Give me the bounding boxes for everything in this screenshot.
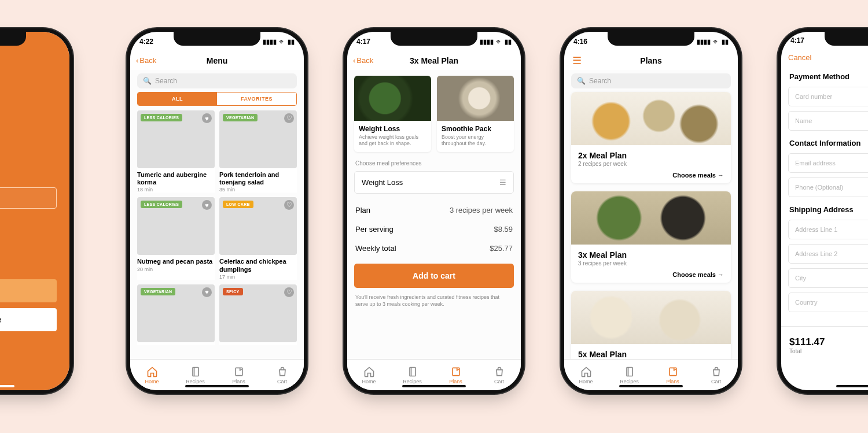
recipe-time: 35 min [219, 187, 297, 193]
recipe-tag: LESS CALORIES [141, 114, 182, 121]
navbar: ☰ Plans [564, 51, 738, 70]
address1-field[interactable]: Address Line 1 [788, 220, 868, 239]
status-time: 4:16 [573, 38, 587, 46]
tab-home[interactable]: Home [564, 360, 608, 390]
summary-row-total: Weekly total$25.77 [355, 239, 513, 258]
fineprint: You'll receive fresh ingredients and cur… [347, 294, 521, 308]
heart-icon[interactable]: ♡ [284, 113, 294, 123]
status-time: 4:17 [356, 38, 370, 46]
country-field[interactable]: Country [788, 293, 868, 312]
recipe-name: Nutmeg and pecan pasta [137, 258, 215, 265]
segment-all[interactable]: ALL [138, 92, 217, 105]
recipe-time: 18 min [137, 187, 215, 193]
status-time: 4:17 [790, 36, 804, 45]
back-label: Back [139, 56, 156, 65]
wifi-icon: ᯤ [496, 38, 502, 45]
plan-card[interactable]: 2x Meal Plan2 recipes per weekChoose mea… [571, 92, 731, 183]
total-amount: $111.47 [789, 336, 825, 348]
recipe-name: Pork tenderloin and toenjang salad [219, 171, 297, 186]
plan-card[interactable]: 3x Meal Plan3 recipes per weekChoose mea… [571, 191, 731, 283]
status-time: 4:22 [139, 38, 153, 46]
search-placeholder: Search [589, 77, 611, 85]
recipe-tag: SPICY [223, 288, 243, 295]
home-indicator [619, 385, 683, 387]
email-field[interactable] [0, 187, 57, 209]
page-title: Menu [207, 56, 228, 65]
back-button[interactable]: ‹ Back [353, 56, 373, 65]
phone-welcome: t Go ome email address ue th Google glid… [0, 32, 69, 390]
recipe-card[interactable]: VEGETARIAN♥ [137, 284, 215, 345]
recipe-tag: LESS CALORIES [141, 201, 182, 208]
search-input[interactable]: 🔍 Search [571, 73, 731, 88]
svg-rect-2 [236, 368, 242, 375]
recipe-name: Celeriac and chickpea dumplings [219, 258, 297, 273]
heart-icon[interactable]: ♥ [202, 200, 212, 210]
tab-home[interactable]: Home [347, 360, 391, 390]
email-field[interactable]: Email address [788, 153, 868, 173]
tab-cart[interactable]: Cart [260, 360, 304, 390]
search-icon: 🔍 [577, 77, 586, 85]
recipe-card[interactable]: LESS CALORIES♥Nutmeg and pecan pasta20 m… [137, 197, 215, 279]
plan-title: 2x Meal Plan [578, 151, 724, 160]
summary-row-plan: Plan3 recipes per week [355, 201, 513, 220]
signal-icon: ▮▮▮▮ [263, 38, 277, 46]
menu-button[interactable]: ☰ [572, 54, 582, 67]
section-payment: Payment Method [781, 66, 868, 84]
google-signin-button[interactable]: th Google [0, 308, 57, 331]
phone-checkout: 4:17 Cancel Chec Payment Method Card num… [781, 32, 868, 390]
segment-control[interactable]: ALL FAVORITES [137, 92, 297, 106]
notch [825, 32, 868, 46]
heart-icon[interactable]: ♡ [284, 287, 294, 297]
heart-icon[interactable]: ♥ [202, 113, 212, 123]
card-number-field[interactable]: Card number [788, 87, 868, 106]
welcome-subtext: email address [0, 168, 57, 177]
list-icon: ☰ [499, 178, 506, 187]
plan-card[interactable]: 5x Meal Plan5 recipes per week [571, 291, 731, 359]
preference-dropdown[interactable]: Weight Loss ☰ [354, 171, 514, 194]
section-label: Choose meal preferences [347, 158, 521, 169]
search-input[interactable]: 🔍 Search [137, 73, 297, 88]
city-field[interactable]: City [788, 268, 868, 288]
recipe-image: SPICY♡ [219, 284, 297, 342]
welcome-footer: glide. [0, 337, 57, 344]
recipe-card[interactable]: LESS CALORIES♥Tumeric and aubergine korm… [137, 110, 215, 193]
navbar: Cancel Chec [781, 50, 868, 66]
recipe-card[interactable]: VEGETARIAN♡Pork tenderloin and toenjang … [219, 110, 297, 193]
address2-field[interactable]: Address Line 2 [788, 244, 868, 264]
card-desc: Achieve weight loss goals and get back i… [354, 134, 431, 152]
status-icons: ▮▮▮▮ ᯤ ▮▮ [480, 38, 512, 46]
preference-card-smoothie[interactable]: Smoothie Pack Boost your energy througho… [437, 76, 514, 152]
heart-icon[interactable]: ♡ [284, 200, 294, 210]
heart-icon[interactable]: ♥ [202, 287, 212, 297]
plan-image [571, 291, 731, 344]
choose-meals-link[interactable]: Choose meals → [578, 172, 724, 179]
home-indicator [836, 385, 868, 387]
preference-card-weight-loss[interactable]: Weight Loss Achieve weight loss goals an… [354, 76, 431, 152]
wifi-icon: ᯤ [713, 38, 719, 45]
plan-image [571, 92, 731, 145]
tab-cart[interactable]: Cart [694, 360, 738, 390]
signal-icon: ▮▮▮▮ [480, 38, 494, 46]
recipe-time: 17 min [219, 274, 297, 280]
tab-home[interactable]: Home [130, 360, 174, 390]
svg-rect-8 [670, 368, 676, 375]
summary-row-serving: Per serving$8.59 [355, 220, 513, 239]
status-icons: ▮▮▮▮ ᯤ ▮▮ [263, 38, 295, 46]
total-label: Total [789, 348, 825, 354]
phone-field[interactable]: Phone (Optional) [788, 177, 868, 197]
segment-favorites[interactable]: FAVORITES [217, 92, 296, 105]
back-button[interactable]: ‹ Back [136, 56, 156, 65]
hamburger-icon: ☰ [572, 55, 582, 66]
choose-meals-link[interactable]: Choose meals → [578, 271, 724, 278]
name-field[interactable]: Name [788, 111, 868, 131]
recipe-card[interactable]: LOW CARB♡Celeriac and chickpea dumplings… [219, 197, 297, 279]
plan-subtitle: 2 recipes per week [578, 161, 724, 167]
svg-rect-6 [627, 367, 632, 376]
cancel-button[interactable]: Cancel [788, 53, 811, 62]
tab-cart[interactable]: Cart [477, 360, 521, 390]
continue-button[interactable]: ue [0, 279, 57, 302]
recipe-card[interactable]: SPICY♡ [219, 284, 297, 345]
search-placeholder: Search [155, 77, 177, 85]
add-to-cart-button[interactable]: Add to cart [354, 264, 514, 288]
recipe-image: VEGETARIAN♥ [137, 284, 215, 342]
